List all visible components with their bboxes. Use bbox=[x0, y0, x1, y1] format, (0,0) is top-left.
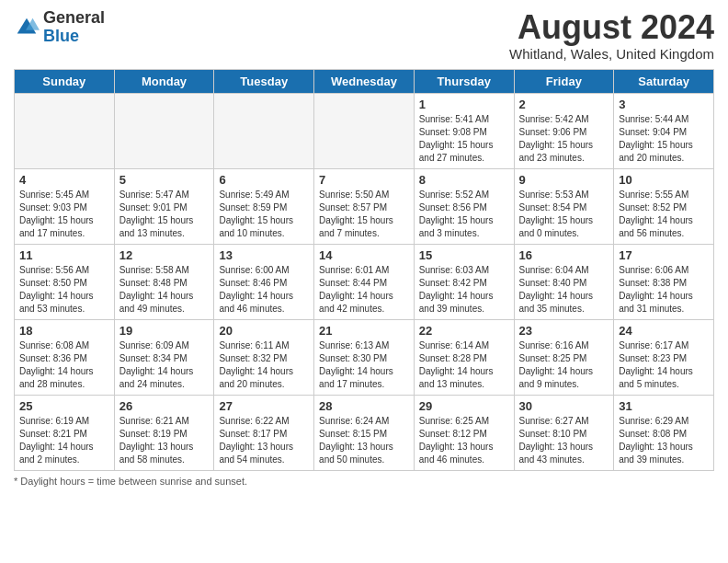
day-number: 4 bbox=[19, 173, 109, 187]
footer-note: * Daylight hours = time between sunrise … bbox=[14, 476, 714, 487]
day-number: 18 bbox=[19, 324, 109, 338]
calendar-cell: 30Sunrise: 6:27 AM Sunset: 8:10 PM Dayli… bbox=[514, 395, 614, 470]
calendar-header-tuesday: Tuesday bbox=[214, 69, 314, 93]
day-info: Sunrise: 5:58 AM Sunset: 8:48 PM Dayligh… bbox=[119, 264, 210, 316]
day-number: 2 bbox=[519, 98, 609, 111]
calendar-cell: 13Sunrise: 6:00 AM Sunset: 8:46 PM Dayli… bbox=[214, 244, 314, 319]
calendar-cell: 6Sunrise: 5:49 AM Sunset: 8:59 PM Daylig… bbox=[214, 168, 314, 244]
day-info: Sunrise: 6:17 AM Sunset: 8:23 PM Dayligh… bbox=[619, 339, 709, 391]
day-number: 3 bbox=[619, 98, 709, 111]
calendar-week-2: 11Sunrise: 5:56 AM Sunset: 8:50 PM Dayli… bbox=[15, 244, 714, 319]
logo-blue-text: Blue bbox=[43, 27, 79, 45]
calendar-cell: 28Sunrise: 6:24 AM Sunset: 8:15 PM Dayli… bbox=[314, 395, 415, 470]
day-number: 14 bbox=[319, 248, 409, 262]
calendar-cell: 9Sunrise: 5:53 AM Sunset: 8:54 PM Daylig… bbox=[514, 168, 614, 244]
day-number: 10 bbox=[619, 173, 709, 187]
logo: General Blue bbox=[14, 9, 105, 46]
day-info: Sunrise: 5:56 AM Sunset: 8:50 PM Dayligh… bbox=[19, 264, 109, 316]
day-number: 29 bbox=[419, 399, 509, 413]
calendar-cell: 27Sunrise: 6:22 AM Sunset: 8:17 PM Dayli… bbox=[214, 395, 314, 470]
calendar-header-sunday: Sunday bbox=[15, 69, 115, 93]
day-info: Sunrise: 6:01 AM Sunset: 8:44 PM Dayligh… bbox=[319, 264, 409, 316]
calendar-header-row: SundayMondayTuesdayWednesdayThursdayFrid… bbox=[15, 69, 714, 93]
day-info: Sunrise: 6:09 AM Sunset: 8:34 PM Dayligh… bbox=[119, 339, 210, 391]
day-number: 13 bbox=[219, 248, 309, 262]
calendar-cell: 16Sunrise: 6:04 AM Sunset: 8:40 PM Dayli… bbox=[514, 244, 614, 319]
day-number: 5 bbox=[119, 173, 210, 187]
day-info: Sunrise: 5:41 AM Sunset: 9:08 PM Dayligh… bbox=[419, 113, 509, 165]
day-info: Sunrise: 6:27 AM Sunset: 8:10 PM Dayligh… bbox=[519, 415, 609, 466]
day-number: 27 bbox=[219, 399, 309, 413]
day-info: Sunrise: 6:21 AM Sunset: 8:19 PM Dayligh… bbox=[119, 415, 210, 466]
calendar-cell: 26Sunrise: 6:21 AM Sunset: 8:19 PM Dayli… bbox=[114, 395, 214, 470]
day-number: 20 bbox=[219, 324, 309, 338]
calendar-cell bbox=[114, 93, 214, 168]
day-number: 12 bbox=[119, 248, 210, 262]
calendar-header-monday: Monday bbox=[114, 69, 214, 93]
logo-icon bbox=[14, 15, 40, 40]
day-info: Sunrise: 6:04 AM Sunset: 8:40 PM Dayligh… bbox=[519, 264, 609, 316]
logo-general-text: General bbox=[43, 8, 105, 27]
calendar-cell: 24Sunrise: 6:17 AM Sunset: 8:23 PM Dayli… bbox=[614, 319, 714, 395]
calendar-cell: 18Sunrise: 6:08 AM Sunset: 8:36 PM Dayli… bbox=[15, 319, 115, 395]
title-area: August 2024 Whitland, Wales, United King… bbox=[509, 9, 714, 62]
day-number: 19 bbox=[119, 324, 210, 338]
calendar-cell bbox=[15, 93, 115, 168]
calendar-week-0: 1Sunrise: 5:41 AM Sunset: 9:08 PM Daylig… bbox=[15, 93, 714, 168]
calendar-cell: 14Sunrise: 6:01 AM Sunset: 8:44 PM Dayli… bbox=[314, 244, 415, 319]
day-number: 7 bbox=[319, 173, 409, 187]
day-info: Sunrise: 6:29 AM Sunset: 8:08 PM Dayligh… bbox=[619, 415, 709, 466]
day-info: Sunrise: 5:50 AM Sunset: 8:57 PM Dayligh… bbox=[319, 189, 409, 240]
calendar-header-friday: Friday bbox=[514, 69, 614, 93]
calendar-cell: 20Sunrise: 6:11 AM Sunset: 8:32 PM Dayli… bbox=[214, 319, 314, 395]
day-info: Sunrise: 5:52 AM Sunset: 8:56 PM Dayligh… bbox=[419, 189, 509, 240]
calendar-cell bbox=[314, 93, 415, 168]
calendar-cell: 11Sunrise: 5:56 AM Sunset: 8:50 PM Dayli… bbox=[15, 244, 115, 319]
day-number: 16 bbox=[519, 248, 609, 262]
calendar-cell: 2Sunrise: 5:42 AM Sunset: 9:06 PM Daylig… bbox=[514, 93, 614, 168]
calendar-week-4: 25Sunrise: 6:19 AM Sunset: 8:21 PM Dayli… bbox=[15, 395, 714, 470]
day-info: Sunrise: 5:42 AM Sunset: 9:06 PM Dayligh… bbox=[519, 113, 609, 165]
day-number: 30 bbox=[519, 399, 609, 413]
day-number: 9 bbox=[519, 173, 609, 187]
day-number: 6 bbox=[219, 173, 309, 187]
calendar-cell: 31Sunrise: 6:29 AM Sunset: 8:08 PM Dayli… bbox=[614, 395, 714, 470]
calendar-cell: 5Sunrise: 5:47 AM Sunset: 9:01 PM Daylig… bbox=[114, 168, 214, 244]
day-info: Sunrise: 5:55 AM Sunset: 8:52 PM Dayligh… bbox=[619, 189, 709, 240]
calendar-cell: 25Sunrise: 6:19 AM Sunset: 8:21 PM Dayli… bbox=[15, 395, 115, 470]
calendar-week-1: 4Sunrise: 5:45 AM Sunset: 9:03 PM Daylig… bbox=[15, 168, 714, 244]
day-info: Sunrise: 5:47 AM Sunset: 9:01 PM Dayligh… bbox=[119, 189, 210, 240]
calendar-header-saturday: Saturday bbox=[614, 69, 714, 93]
day-number: 26 bbox=[119, 399, 210, 413]
header: General Blue August 2024 Whitland, Wales… bbox=[14, 9, 714, 62]
location: Whitland, Wales, United Kingdom bbox=[509, 46, 714, 62]
day-info: Sunrise: 6:25 AM Sunset: 8:12 PM Dayligh… bbox=[419, 415, 509, 466]
calendar-cell: 15Sunrise: 6:03 AM Sunset: 8:42 PM Dayli… bbox=[414, 244, 514, 319]
day-number: 11 bbox=[19, 248, 109, 262]
day-info: Sunrise: 5:49 AM Sunset: 8:59 PM Dayligh… bbox=[219, 189, 309, 240]
day-info: Sunrise: 6:06 AM Sunset: 8:38 PM Dayligh… bbox=[619, 264, 709, 316]
day-number: 31 bbox=[619, 399, 709, 413]
day-number: 17 bbox=[619, 248, 709, 262]
day-number: 24 bbox=[619, 324, 709, 338]
day-info: Sunrise: 6:11 AM Sunset: 8:32 PM Dayligh… bbox=[219, 339, 309, 391]
calendar-header-wednesday: Wednesday bbox=[314, 69, 415, 93]
day-info: Sunrise: 6:14 AM Sunset: 8:28 PM Dayligh… bbox=[419, 339, 509, 391]
day-number: 28 bbox=[319, 399, 409, 413]
calendar-cell: 3Sunrise: 5:44 AM Sunset: 9:04 PM Daylig… bbox=[614, 93, 714, 168]
day-number: 22 bbox=[419, 324, 509, 338]
day-number: 15 bbox=[419, 248, 509, 262]
day-info: Sunrise: 6:00 AM Sunset: 8:46 PM Dayligh… bbox=[219, 264, 309, 316]
calendar-cell: 23Sunrise: 6:16 AM Sunset: 8:25 PM Dayli… bbox=[514, 319, 614, 395]
day-number: 25 bbox=[19, 399, 109, 413]
day-number: 21 bbox=[319, 324, 409, 338]
day-number: 23 bbox=[519, 324, 609, 338]
calendar-cell: 1Sunrise: 5:41 AM Sunset: 9:08 PM Daylig… bbox=[414, 93, 514, 168]
day-info: Sunrise: 5:45 AM Sunset: 9:03 PM Dayligh… bbox=[19, 189, 109, 240]
day-info: Sunrise: 6:19 AM Sunset: 8:21 PM Dayligh… bbox=[19, 415, 109, 466]
day-info: Sunrise: 6:13 AM Sunset: 8:30 PM Dayligh… bbox=[319, 339, 409, 391]
day-info: Sunrise: 6:08 AM Sunset: 8:36 PM Dayligh… bbox=[19, 339, 109, 391]
day-number: 1 bbox=[419, 98, 509, 111]
month-title: August 2024 bbox=[509, 9, 714, 46]
page: General Blue August 2024 Whitland, Wales… bbox=[0, 0, 728, 563]
